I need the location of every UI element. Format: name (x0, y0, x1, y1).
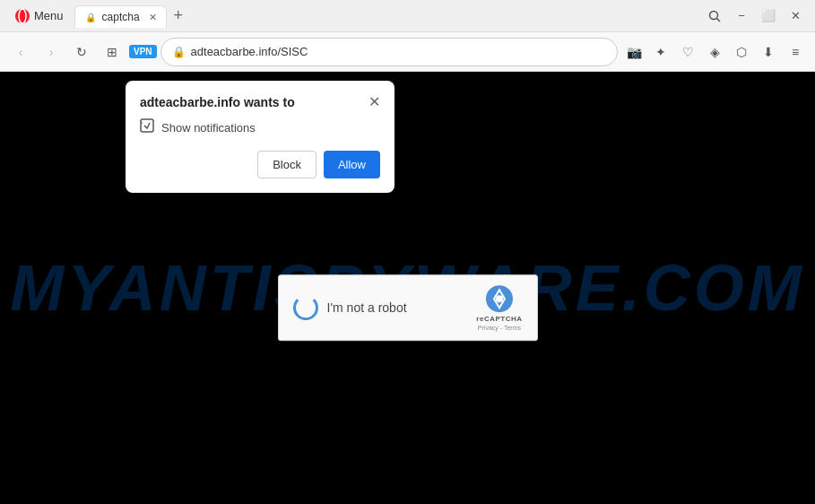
lock-icon: 🔒 (172, 46, 186, 58)
svg-point-6 (496, 295, 503, 302)
downloads-button[interactable]: ⬇ (756, 39, 781, 65)
search-icon (708, 10, 721, 22)
window-controls: − ⬜ ✕ (702, 4, 808, 29)
block-button[interactable]: Block (257, 151, 316, 178)
popup-title: adteacbarbe.info wants to (140, 95, 295, 109)
grid-button[interactable]: ⊞ (99, 39, 126, 65)
close-button[interactable]: ✕ (783, 4, 808, 29)
popup-notification-icon (140, 118, 154, 133)
recaptcha-label: I'm not a robot (327, 300, 407, 315)
notification-popup: adteacbarbe.info wants to ✕ Show notific… (126, 81, 394, 193)
opera-logo-icon (14, 8, 30, 24)
back-button[interactable]: ‹ (7, 39, 34, 65)
new-tab-button[interactable]: + (169, 6, 189, 25)
active-tab[interactable]: 🔒 captcha ✕ (74, 5, 167, 28)
recaptcha-checkbox-area: I'm not a robot (293, 295, 466, 320)
shield-button[interactable]: ⬡ (729, 39, 754, 65)
tab-bar: 🔒 captcha ✕ + (74, 4, 698, 27)
svg-point-2 (710, 11, 718, 19)
forward-button[interactable]: › (38, 39, 65, 65)
recaptcha-terms-link[interactable]: Terms (504, 325, 521, 331)
svg-point-0 (15, 9, 30, 23)
search-button[interactable] (702, 4, 727, 29)
recaptcha-brand-text: reCAPTCHA (476, 315, 522, 323)
address-bar-container[interactable]: 🔒 (160, 38, 618, 66)
maximize-button[interactable]: ⬜ (756, 4, 781, 29)
camera-button[interactable]: 📷 (621, 39, 646, 65)
recaptcha-spinner (293, 295, 318, 320)
popup-header: adteacbarbe.info wants to ✕ (140, 95, 380, 109)
svg-rect-4 (141, 119, 153, 132)
recaptcha-links: Privacy - Terms (478, 325, 521, 331)
tab-title: captcha (102, 11, 140, 23)
favorites-button[interactable]: ♡ (675, 39, 700, 65)
popup-permission-row: Show notifications (140, 118, 380, 136)
bookmark-button[interactable]: ✦ (648, 39, 673, 65)
minimize-button[interactable]: − (729, 4, 754, 29)
main-menu-button[interactable]: ≡ (783, 39, 808, 65)
popup-close-button[interactable]: ✕ (368, 95, 380, 109)
popup-buttons: Block Allow (140, 151, 380, 178)
wallet-button[interactable]: ◈ (702, 39, 727, 65)
permission-text: Show notifications (161, 121, 256, 135)
recaptcha-widget[interactable]: I'm not a robot reCAPTCHA Privacy - Term… (278, 274, 538, 341)
opera-menu-button[interactable]: Menu (7, 4, 71, 28)
notification-permission-icon (140, 118, 154, 136)
browser-window: Menu 🔒 captcha ✕ + − ⬜ ✕ ‹ › ↻ (0, 0, 815, 504)
title-bar: Menu 🔒 captcha ✕ + − ⬜ ✕ (0, 0, 815, 32)
recaptcha-logo-icon (485, 284, 514, 313)
recaptcha-privacy-link[interactable]: Privacy (478, 325, 499, 331)
reload-button[interactable]: ↻ (68, 39, 95, 65)
tab-favicon-icon: 🔒 (84, 11, 97, 23)
recaptcha-branding: reCAPTCHA Privacy - Terms (476, 284, 522, 331)
address-input[interactable] (191, 45, 606, 58)
nav-icons-right: 📷 ✦ ♡ ◈ ⬡ ⬇ ≡ (621, 39, 808, 65)
vpn-badge[interactable]: VPN (129, 45, 157, 58)
tab-close-button[interactable]: ✕ (149, 12, 157, 23)
svg-line-3 (717, 18, 721, 22)
menu-label: Menu (34, 9, 64, 22)
nav-bar: ‹ › ↻ ⊞ VPN 🔒 📷 ✦ ♡ ◈ ⬡ ⬇ ≡ (0, 32, 815, 72)
allow-button[interactable]: Allow (324, 151, 380, 178)
page-content: MYANTISPYWARE.COM adteacbarbe.info wants… (0, 72, 815, 504)
